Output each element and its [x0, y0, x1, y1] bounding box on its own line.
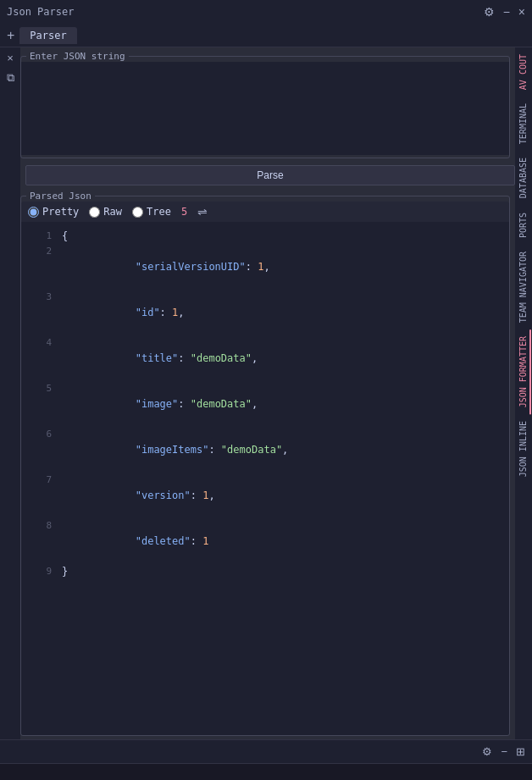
tree-radio[interactable]: [132, 207, 143, 218]
title-bar-right: ⚙ − ×: [484, 6, 525, 18]
parser-tab[interactable]: Parser: [19, 27, 76, 44]
close-button[interactable]: ×: [518, 6, 525, 18]
line-num-1: 1: [28, 229, 52, 244]
view-options: Pretty Raw Tree 5 ⇌: [21, 202, 509, 222]
line-num-4: 4: [28, 335, 52, 351]
parse-button[interactable]: Parse: [25, 165, 515, 185]
bottom-settings-button[interactable]: ⚙: [482, 745, 492, 758]
close-icon[interactable]: ×: [5, 51, 15, 65]
line-content-2: "serialVersionUID": 1,: [62, 244, 270, 290]
line-num-5: 5: [28, 381, 52, 396]
code-line-4: 4 "title": "demoData",: [21, 335, 509, 381]
line-num-6: 6: [28, 427, 52, 442]
line-num-8: 8: [28, 518, 52, 534]
parsed-section: Parsed Json Pretty Raw Tree 5 ⇌: [20, 191, 510, 736]
code-line-8: 8 "deleted": 1: [21, 518, 509, 564]
tree-option[interactable]: Tree: [132, 206, 171, 218]
json-input[interactable]: [21, 62, 509, 155]
code-line-5: 5 "image": "demoData",: [21, 381, 509, 427]
line-content-8: "deleted": 1: [62, 518, 208, 564]
code-line-3: 3 "id": 1,: [21, 290, 509, 335]
line-content-6: "imageItems": "demoData",: [62, 427, 288, 473]
sidebar-tab-ports[interactable]: PORTS: [517, 206, 531, 245]
code-line-7: 7 "version": 1,: [21, 473, 509, 518]
tree-number: 5: [181, 206, 187, 218]
raw-option[interactable]: Raw: [89, 206, 122, 218]
line-num-3: 3: [28, 290, 52, 305]
code-output: 1 { 2 "serialVersionUID": 1, 3 "id": 1,: [21, 222, 509, 735]
center-panel: Enter JSON string Parse Parsed Json Pret…: [20, 47, 515, 739]
line-num-9: 9: [28, 564, 52, 579]
copy-icon[interactable]: ⧉: [5, 70, 16, 85]
code-line-6: 6 "imageItems": "demoData",: [21, 427, 509, 473]
filter-icon[interactable]: ⇌: [197, 205, 208, 219]
settings-button[interactable]: ⚙: [484, 6, 495, 18]
code-line-9: 9 }: [21, 564, 509, 579]
pretty-radio[interactable]: [28, 207, 39, 218]
raw-radio[interactable]: [89, 207, 100, 218]
add-tab-button[interactable]: +: [7, 29, 14, 42]
input-section: Enter JSON string: [20, 51, 510, 158]
title-bar: Json Parser ⚙ − ×: [0, 0, 532, 24]
tree-label: Tree: [147, 206, 171, 218]
sidebar-tab-av-cout[interactable]: AV COUT: [517, 47, 531, 97]
bottom-minimize-button[interactable]: −: [501, 745, 507, 758]
sidebar-tab-json-inline[interactable]: JSON INLINE: [517, 414, 531, 484]
sidebar-tab-json-formatter[interactable]: JSON FORMATTER: [517, 329, 531, 414]
left-toolbar: × ⧉: [0, 47, 20, 739]
tab-bar: + Parser: [0, 24, 532, 47]
line-content-7: "version": 1,: [62, 473, 215, 518]
app-title: Json Parser: [7, 6, 74, 18]
parsed-legend: Parsed Json: [26, 191, 95, 202]
minimize-button[interactable]: −: [503, 6, 510, 18]
sidebar-tab-terminal[interactable]: TERMINAL: [517, 97, 531, 151]
right-sidebar: AV COUT TERMINAL DATABASE PORTS TEAM NAV…: [515, 47, 532, 739]
status-bar: [0, 763, 532, 780]
sidebar-tab-team-navigator[interactable]: TEAM NAVIGATOR: [517, 245, 531, 329]
title-bar-left: Json Parser: [7, 6, 74, 18]
line-content-4: "title": "demoData",: [62, 335, 258, 381]
pretty-label: Pretty: [42, 206, 79, 218]
raw-label: Raw: [103, 206, 122, 218]
main-content: × ⧉ Enter JSON string Parse Parsed Json …: [0, 47, 532, 739]
line-content-9: }: [62, 564, 68, 579]
code-line-2: 2 "serialVersionUID": 1,: [21, 244, 509, 290]
code-line-1: 1 {: [21, 229, 509, 244]
line-content-5: "image": "demoData",: [62, 381, 258, 427]
bottom-grid-button[interactable]: ⊞: [516, 745, 525, 758]
sidebar-tab-database[interactable]: DATABASE: [517, 151, 531, 205]
line-content-3: "id": 1,: [62, 290, 185, 335]
line-num-2: 2: [28, 244, 52, 259]
pretty-option[interactable]: Pretty: [28, 206, 79, 218]
bottom-bar-right: ⚙ − ⊞: [482, 745, 525, 758]
input-legend: Enter JSON string: [26, 51, 129, 62]
bottom-bar: ⚙ − ⊞: [0, 739, 532, 763]
line-num-7: 7: [28, 473, 52, 488]
line-content-1: {: [62, 229, 68, 244]
